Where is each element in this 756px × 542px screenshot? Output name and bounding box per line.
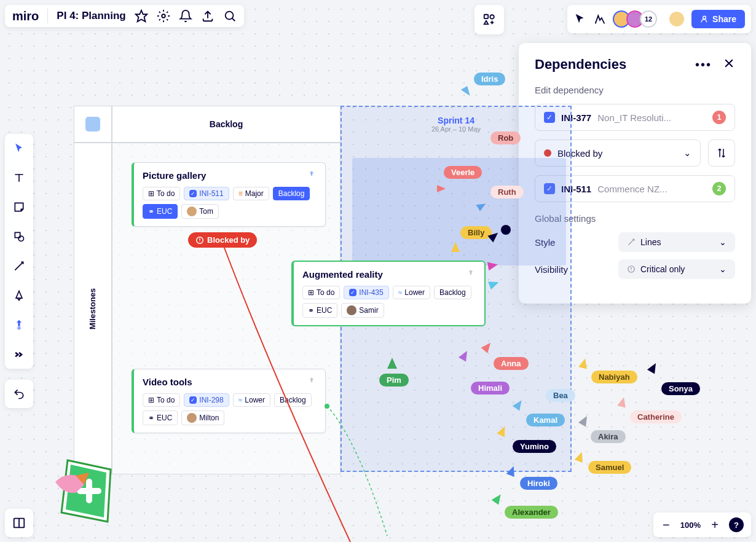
more-tools[interactable] <box>10 345 28 364</box>
share-button[interactable]: Share <box>691 10 745 28</box>
shape-tool[interactable] <box>10 227 28 246</box>
blocked-by-badge[interactable]: Blocked by <box>188 232 257 248</box>
line-tool[interactable] <box>10 257 28 275</box>
cursor-catherine: Catherine <box>630 410 682 423</box>
bell-icon[interactable] <box>179 9 192 23</box>
zoom-in-button[interactable]: + <box>709 518 720 532</box>
presence-avatars[interactable]: 12 <box>613 10 657 28</box>
status-tag: ⊞ To do <box>143 393 180 407</box>
card-augmented-reality[interactable]: Augmented reality ⊞ To do ✓INI-435 ≈Lowe… <box>291 261 486 326</box>
swap-button[interactable] <box>708 139 735 167</box>
column-tag: Backlog <box>434 286 471 299</box>
dep-badge: 2 <box>712 182 726 195</box>
edit-dependency-label: Edit dependency <box>535 85 735 95</box>
cursor-sonya: Sonya <box>661 382 700 395</box>
cursor-anna: Anna <box>494 357 529 370</box>
issue-name: Non_IT Resoluti... <box>597 112 706 123</box>
board-title[interactable]: PI 4: Planning <box>57 10 125 22</box>
cursor-dot <box>501 225 511 235</box>
svg-point-7 <box>18 236 23 241</box>
zoom-out-button[interactable]: − <box>661 518 672 532</box>
card-picture-gallery[interactable]: Picture gallery ⊞ To do ✓INI-511 ≡Major … <box>132 162 326 227</box>
team-tag: ⚭ EUC <box>302 303 337 318</box>
priority-tag: ≈Lower <box>233 393 270 407</box>
zoom-controls: − 100% + ? <box>653 513 751 537</box>
search-icon[interactable] <box>223 9 237 23</box>
cursor-rob: Rob <box>490 132 521 144</box>
assignee-tag: Samir <box>341 303 384 318</box>
relationship-value: Blocked by <box>557 148 677 159</box>
sticky-tool[interactable] <box>10 198 28 216</box>
cursor-himali: Himali <box>471 382 510 395</box>
backlog-column-header: Backlog <box>112 106 341 143</box>
visibility-value: Critical only <box>640 264 714 274</box>
cursor-nabiyah: Nabiyah <box>591 371 637 383</box>
id-tag: ✓INI-435 <box>344 286 388 299</box>
sprint-column-header: Sprint 14 26 Apr – 10 May <box>341 106 572 143</box>
assignee-tag: Tom <box>181 204 219 219</box>
cursor-pim: Pim <box>379 374 409 387</box>
assignee-tag: Milton <box>181 410 224 425</box>
cursor-kamal: Kamal <box>526 414 565 426</box>
id-tag: ✓INI-298 <box>184 393 229 407</box>
team-tag: ⚭ EUC <box>143 410 178 425</box>
select-tool[interactable] <box>10 139 28 157</box>
text-tool[interactable] <box>10 168 28 187</box>
svg-point-1 <box>162 14 165 18</box>
logo[interactable]: miro <box>12 9 39 23</box>
pen-tool[interactable] <box>10 286 28 305</box>
jira-tool[interactable] <box>10 316 28 334</box>
cursor-arrow-icon <box>437 185 446 192</box>
top-toolbar: miro PI 4: Planning <box>5 5 244 27</box>
cursor-billy: Billy <box>460 226 492 239</box>
undo-button[interactable] <box>5 380 33 408</box>
cursor-ruth: Ruth <box>490 186 524 198</box>
self-avatar[interactable] <box>668 10 685 28</box>
star-icon[interactable] <box>135 9 148 23</box>
apps-button[interactable] <box>474 5 504 34</box>
left-toolbar <box>5 134 33 369</box>
planning-board[interactable]: Backlog Milestones Sprint 14 26 Apr – 10… <box>74 106 572 474</box>
sticker <box>46 451 126 531</box>
export-icon[interactable] <box>201 9 215 23</box>
cursor-bea: Bea <box>546 389 575 402</box>
help-button[interactable]: ? <box>729 517 744 532</box>
settings-icon[interactable] <box>157 9 170 23</box>
cursor-alexander: Alexander <box>505 506 558 519</box>
divider <box>47 9 48 23</box>
id-tag: ✓INI-511 <box>184 187 229 200</box>
collaboration-bar: 12 Share <box>567 5 751 33</box>
visibility-select[interactable]: Critical only ⌄ <box>618 259 735 279</box>
status-tag: ⊞ To do <box>302 286 340 299</box>
zoom-level[interactable]: 100% <box>680 520 701 530</box>
cursor-arrow-icon <box>387 358 397 369</box>
column-tag: Backlog <box>273 187 310 200</box>
svg-rect-3 <box>484 15 488 18</box>
cursor-veerle: Veerle <box>444 166 482 179</box>
column-tag: Backlog <box>274 393 312 407</box>
cursor-hiroki: Hiroki <box>520 477 557 490</box>
milestones-column: Milestones <box>74 143 112 474</box>
more-icon[interactable]: ••• <box>695 58 712 72</box>
team-tag: ⚭ EUC <box>143 204 178 219</box>
priority-tag: ≡Major <box>233 187 269 200</box>
svg-point-5 <box>703 16 706 19</box>
svg-point-4 <box>490 15 494 18</box>
status-tag: ⊞ To do <box>143 187 180 200</box>
priority-tag: ≈Lower <box>393 286 430 299</box>
cursor-yumino: Yumino <box>513 440 556 453</box>
cursor-mode-icon[interactable] <box>573 12 587 26</box>
svg-point-2 <box>225 12 233 20</box>
cursor-idris: Idris <box>474 73 505 85</box>
swimlane-avatar-header <box>74 106 112 143</box>
reactions-icon[interactable] <box>593 12 607 26</box>
dep-badge: 1 <box>712 111 726 124</box>
style-select[interactable]: Lines ⌄ <box>618 232 735 252</box>
close-icon[interactable] <box>723 57 735 72</box>
card-video-tools[interactable]: Video tools ⊞ To do ✓INI-298 ≈Lower Back… <box>132 369 326 433</box>
svg-marker-0 <box>136 10 147 22</box>
frames-button[interactable] <box>5 509 33 537</box>
share-label: Share <box>712 14 736 24</box>
cursor-akira: Akira <box>591 430 626 443</box>
style-value: Lines <box>640 237 714 247</box>
